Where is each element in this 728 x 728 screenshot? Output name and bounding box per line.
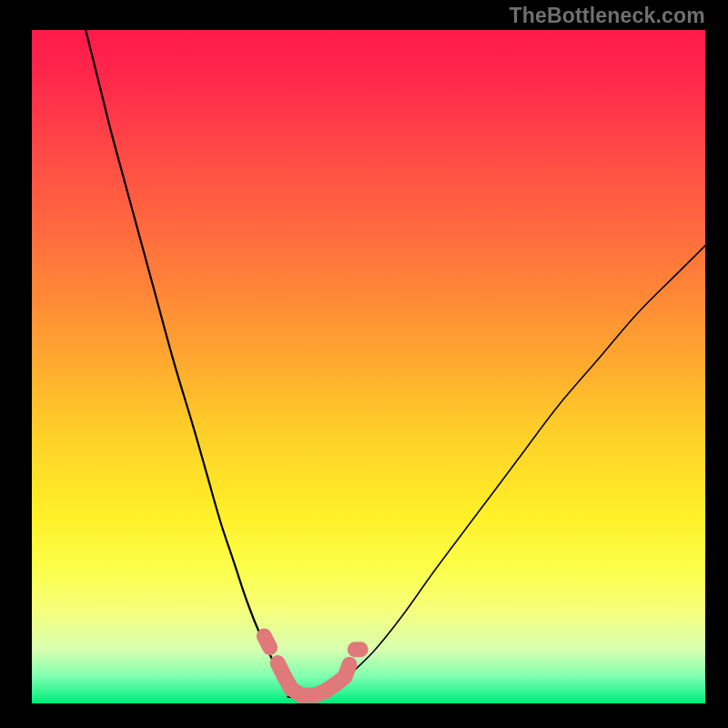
series-right-curve [315, 246, 705, 697]
marker-point [345, 664, 349, 676]
chart-svg [32, 30, 705, 703]
chart-frame: TheBottleneck.com [0, 0, 728, 728]
watermark-text: TheBottleneck.com [509, 4, 705, 28]
series-left-curve [86, 30, 301, 697]
marker-point [264, 636, 269, 648]
